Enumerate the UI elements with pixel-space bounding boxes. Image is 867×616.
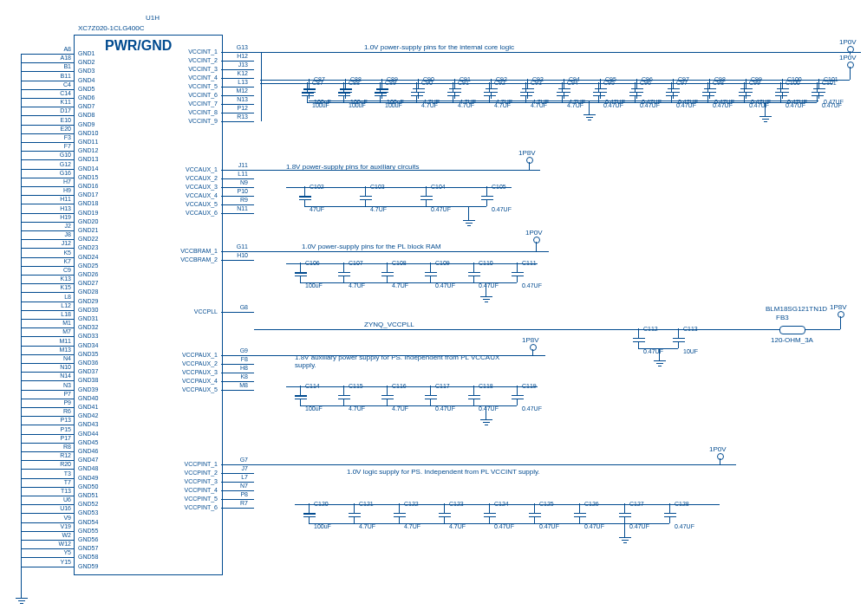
pin-number: K12 — [224, 70, 248, 76]
ground-symbol — [583, 109, 596, 121]
pin-number: H7 — [47, 178, 71, 185]
pin-number: N10 — [47, 364, 71, 370]
net-zynq-vccpll: ZYNQ_VCCPLL — [364, 321, 414, 328]
capacitor — [619, 508, 633, 522]
cap-val: 0.47UF — [539, 523, 559, 529]
cap-ref: C126 — [584, 501, 599, 507]
capacitor — [512, 390, 525, 404]
pin-number: C14 — [47, 90, 71, 96]
pin-name: VCCINT_6 — [169, 92, 218, 98]
pin-name: VCCPAUX_1 — [169, 352, 218, 358]
pin-number: R20 — [47, 461, 71, 467]
capacitor — [303, 508, 317, 522]
pin-number: W2 — [47, 532, 71, 538]
capacitor — [425, 267, 439, 281]
pin-number: G10 — [47, 152, 71, 158]
cap-val: 4.7UF — [567, 102, 583, 108]
pin-name-gnd: GND49 — [78, 475, 98, 481]
pin-name-gnd: GND52 — [78, 501, 98, 507]
capacitor — [375, 87, 388, 101]
cap-ref: C97 — [676, 80, 688, 86]
pin-number: W12 — [47, 541, 71, 547]
cap-ref: C118 — [479, 383, 493, 389]
pin-number: K15 — [47, 284, 71, 290]
pin-name-gnd: GND22 — [78, 236, 98, 242]
cap-ref: C115 — [349, 383, 363, 389]
pin-name-gnd: GND14 — [78, 165, 98, 172]
cap-ref: C93 — [531, 80, 542, 86]
capacitor — [411, 87, 425, 101]
pin-name-gnd: GND7 — [78, 103, 95, 109]
cap-ref: C103 — [370, 184, 385, 190]
pin-name-gnd: GND46 — [78, 448, 98, 454]
capacitor — [557, 87, 570, 101]
capacitor — [812, 87, 825, 101]
cap-ref: C95 — [603, 80, 615, 86]
cap-ref: C96 — [640, 80, 651, 86]
pin-name: VCCAUX_4 — [169, 192, 218, 198]
capacitor — [338, 267, 352, 281]
power-flag — [530, 344, 537, 351]
pin-number: M11 — [47, 338, 71, 344]
cap-ref: C117 — [435, 383, 450, 389]
pin-name-gnd: GND9 — [78, 121, 95, 127]
cap-ref: C108 — [392, 260, 407, 266]
net-label: 1P0V — [709, 445, 727, 453]
pin-name: VCCPINT_2 — [169, 470, 218, 476]
pin-name-gnd: GND59 — [78, 563, 98, 569]
cap-val: 4.7UF — [494, 102, 511, 108]
cap-ref: C124 — [494, 501, 509, 507]
pin-number: J8 — [47, 231, 71, 237]
pin-name-gnd: GND19 — [78, 210, 98, 216]
capacitor — [439, 508, 453, 522]
pin-name: VCCAUX_3 — [169, 184, 218, 190]
cap-ref: C105 — [492, 184, 506, 190]
cap-val: 0.47UF — [786, 102, 805, 108]
pin-number: R7 — [224, 500, 248, 506]
pin-name-gnd: GND54 — [78, 519, 98, 525]
pin-number: K5 — [47, 250, 71, 256]
cap-val: 0.47UF — [522, 405, 542, 412]
pin-number: J12 — [47, 240, 71, 246]
pin-name-gnd: GND45 — [78, 439, 98, 445]
cap-ref: C119 — [522, 383, 537, 389]
pin-number: D17 — [47, 107, 71, 113]
pin-name: VCCBRAM_2 — [169, 256, 218, 263]
pin-name-gnd: GND29 — [78, 298, 98, 304]
cap-ref: C91 — [458, 80, 469, 86]
pin-number: G9 — [224, 347, 248, 353]
capacitor — [666, 87, 680, 101]
pin-number: P9 — [47, 399, 71, 405]
capacitor — [468, 390, 482, 404]
pin-name: VCCINT_1 — [169, 49, 218, 55]
cap-ref: C120 — [314, 501, 329, 507]
cap-val: 4.7UF — [421, 102, 438, 108]
cap-ref: C94 — [567, 80, 578, 86]
pin-number: K11 — [47, 99, 71, 105]
capacitor — [338, 390, 352, 404]
pin-name: VCCINT_7 — [169, 101, 218, 107]
pin-name: VCCAUX_2 — [169, 175, 218, 181]
capacitor — [739, 87, 753, 101]
cap-ref: C122 — [404, 501, 419, 507]
pin-name: VCCAUX_1 — [169, 166, 218, 172]
note-vccbram: 1.0V power-supply pins for the PL block … — [302, 243, 441, 250]
pin-number: Y5 — [47, 549, 71, 555]
pin-name-gnd: GND32 — [78, 324, 98, 330]
pin-name: VCCINT_5 — [169, 83, 218, 89]
pin-number: H19 — [47, 214, 71, 220]
pin-number: N9 — [224, 179, 248, 185]
pin-number: H9 — [47, 187, 71, 193]
cap-val: 0.47UF — [494, 523, 514, 529]
pin-number: G8 — [224, 304, 248, 310]
chip-title: PWR/GND — [105, 38, 172, 54]
capacitor — [360, 191, 374, 204]
cap-val: 100uF — [305, 282, 323, 289]
pin-number: L7 — [224, 474, 248, 480]
pin-name-gnd: GND8 — [78, 112, 95, 118]
cap-val: 0.47UF — [584, 523, 604, 529]
ferrite-part: BLM18SG121TN1D — [766, 305, 827, 313]
pin-number: P10 — [224, 188, 248, 194]
pin-number: K7 — [47, 258, 71, 264]
pin-name-gnd: GND1 — [78, 50, 95, 56]
